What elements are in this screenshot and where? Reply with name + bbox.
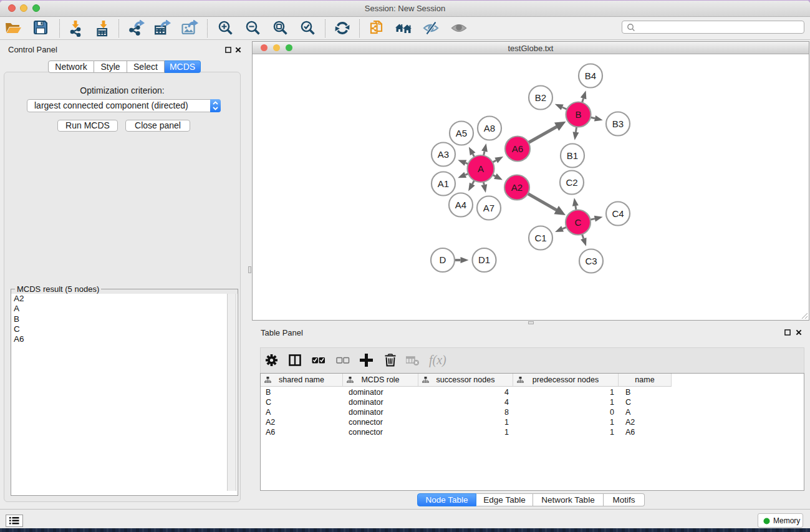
svg-text:A3: A3 [438, 149, 449, 160]
svg-text:A5: A5 [456, 128, 467, 138]
svg-text:A2: A2 [511, 182, 523, 193]
svg-text:B2: B2 [535, 92, 546, 103]
svg-text:C1: C1 [534, 233, 546, 243]
svg-text:A1: A1 [438, 178, 449, 189]
svg-text:A: A [478, 163, 484, 174]
svg-text:C4: C4 [612, 208, 624, 219]
svg-text:A8: A8 [484, 123, 495, 133]
svg-text:B: B [575, 109, 581, 120]
svg-text:B1: B1 [567, 150, 578, 161]
svg-text:C: C [575, 217, 582, 228]
svg-text:D: D [440, 254, 446, 265]
svg-text:A4: A4 [455, 200, 466, 210]
svg-text:B3: B3 [612, 118, 624, 129]
svg-text:C2: C2 [566, 177, 577, 188]
svg-text:A6: A6 [512, 143, 523, 154]
svg-text:B4: B4 [585, 70, 596, 81]
svg-text:D1: D1 [478, 254, 490, 265]
svg-text:C3: C3 [585, 256, 597, 266]
svg-text:A7: A7 [483, 203, 494, 213]
